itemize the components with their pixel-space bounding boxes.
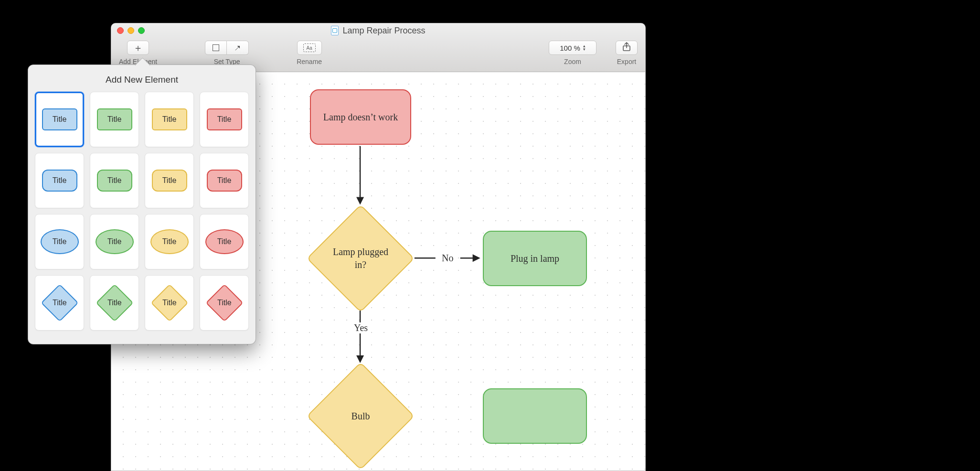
sample-label: Title bbox=[107, 176, 122, 185]
palette-round-green[interactable]: Title bbox=[90, 153, 139, 208]
shape-palette: Title Title Title Title Title Title Titl… bbox=[28, 92, 256, 337]
palette-diamond-blue[interactable]: Title bbox=[35, 275, 84, 331]
sample-label: Title bbox=[217, 237, 232, 246]
popover-title: Add New Element bbox=[28, 65, 256, 92]
sample-label: Title bbox=[53, 115, 67, 124]
arrow-icon: ➝ bbox=[232, 42, 244, 54]
rename-label: Rename bbox=[297, 58, 322, 65]
palette-round-red[interactable]: Title bbox=[200, 153, 249, 208]
window-controls bbox=[117, 27, 145, 34]
stepper-icon: ▴▾ bbox=[583, 44, 586, 51]
sample-label: Title bbox=[217, 115, 232, 124]
palette-ellipse-blue[interactable]: Title bbox=[35, 214, 84, 269]
window-title-text: Lamp Repair Process bbox=[342, 26, 425, 36]
rename-icon: Aa bbox=[303, 43, 316, 52]
close-window-button[interactable] bbox=[117, 27, 124, 34]
flow-node-label: Lamp doesn’t work bbox=[323, 111, 398, 124]
window-title: Lamp Repair Process bbox=[111, 26, 645, 36]
svg-marker-5 bbox=[473, 254, 480, 262]
sample-label: Title bbox=[107, 299, 122, 307]
palette-ellipse-red[interactable]: Title bbox=[200, 214, 249, 269]
palette-ellipse-yellow[interactable]: Title bbox=[145, 214, 194, 269]
sample-label: Title bbox=[162, 176, 177, 185]
flow-node-action-1[interactable]: Plug in lamp bbox=[483, 231, 587, 286]
sample-label: Title bbox=[53, 299, 67, 307]
rename-button[interactable]: Aa bbox=[297, 41, 322, 55]
sample-label: Title bbox=[162, 115, 177, 124]
sample-label: Title bbox=[107, 237, 122, 246]
palette-rect-red[interactable]: Title bbox=[200, 92, 249, 147]
palette-round-blue[interactable]: Title bbox=[35, 153, 84, 208]
set-type-arrow-button[interactable]: ➝ bbox=[227, 41, 249, 55]
document-icon bbox=[331, 26, 339, 35]
flow-node-action-2[interactable] bbox=[483, 388, 587, 444]
flow-node-decision-1[interactable]: Lamp plugged in? bbox=[322, 220, 399, 297]
zoom-label: Zoom bbox=[564, 58, 581, 65]
palette-ellipse-green[interactable]: Title bbox=[90, 214, 139, 269]
export-button[interactable] bbox=[616, 41, 638, 55]
flow-node-start[interactable]: Lamp doesn’t work bbox=[310, 89, 411, 145]
minimize-window-button[interactable] bbox=[128, 27, 134, 34]
palette-rect-green[interactable]: Title bbox=[90, 92, 139, 147]
svg-marker-7 bbox=[356, 355, 364, 363]
flow-node-decision-2[interactable]: Bulb bbox=[322, 378, 399, 454]
flow-node-label: Lamp plugged in? bbox=[327, 246, 394, 271]
add-element-popover: Add New Element Title Title Title Title … bbox=[28, 64, 256, 344]
square-icon bbox=[213, 44, 219, 51]
zoom-stepper[interactable]: 100 % ▴▾ bbox=[549, 41, 597, 55]
palette-diamond-red[interactable]: Title bbox=[200, 275, 249, 331]
export-label: Export bbox=[617, 58, 636, 65]
palette-round-yellow[interactable]: Title bbox=[145, 153, 194, 208]
sample-label: Title bbox=[162, 237, 177, 246]
edge-label-no: No bbox=[440, 253, 455, 264]
palette-rect-yellow[interactable]: Title bbox=[145, 92, 194, 147]
sample-label: Title bbox=[53, 237, 67, 246]
sample-label: Title bbox=[217, 299, 232, 307]
palette-rect-blue[interactable]: Title bbox=[35, 92, 84, 147]
set-type-shape-button[interactable] bbox=[205, 41, 227, 55]
plus-icon: ＋ bbox=[133, 42, 143, 54]
sample-label: Title bbox=[107, 115, 122, 124]
sample-label: Title bbox=[53, 176, 67, 185]
add-element-button[interactable]: ＋ bbox=[127, 41, 149, 55]
palette-diamond-yellow[interactable]: Title bbox=[145, 275, 194, 331]
flow-node-label: Bulb bbox=[352, 410, 370, 423]
edge-label-yes: Yes bbox=[352, 322, 370, 333]
zoom-value: 100 % bbox=[560, 44, 580, 52]
sample-label: Title bbox=[217, 176, 232, 185]
svg-marker-2 bbox=[356, 197, 364, 205]
flow-node-label: Plug in lamp bbox=[511, 252, 559, 265]
palette-diamond-green[interactable]: Title bbox=[90, 275, 139, 331]
sample-label: Title bbox=[162, 299, 177, 307]
share-icon bbox=[622, 42, 631, 54]
zoom-window-button[interactable] bbox=[138, 27, 145, 34]
